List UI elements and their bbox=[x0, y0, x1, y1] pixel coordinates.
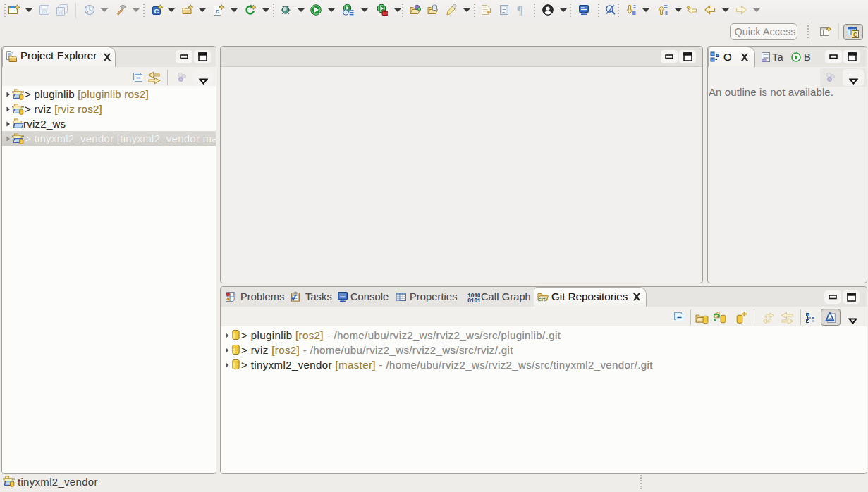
svg-text:GIT: GIT bbox=[539, 297, 546, 302]
svg-text:0101: 0101 bbox=[467, 297, 480, 302]
svg-text:C: C bbox=[853, 31, 857, 38]
svg-text:¶: ¶ bbox=[517, 4, 523, 16]
svg-text:c: c bbox=[216, 8, 219, 15]
svg-text:C: C bbox=[154, 7, 159, 15]
